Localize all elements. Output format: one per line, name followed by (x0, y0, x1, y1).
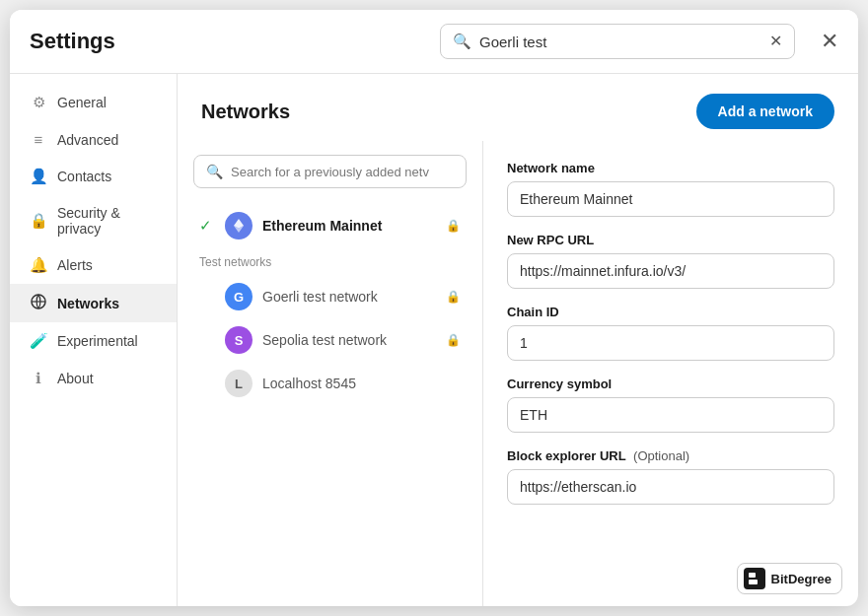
gear-icon: ⚙ (30, 94, 47, 111)
sidebar: ⚙ General ≡ Advanced 👤 Contacts 🔒 Securi… (10, 74, 178, 606)
network-list: 🔍 ✓ Ethereum M (178, 141, 483, 606)
lock-icon: 🔒 (446, 219, 461, 233)
sidebar-item-contacts[interactable]: 👤 Contacts (10, 158, 177, 195)
currency-symbol-input[interactable] (507, 397, 834, 433)
sidebar-item-networks[interactable]: Networks (10, 284, 177, 322)
app-title: Settings (30, 29, 115, 54)
search-icon: 🔍 (453, 33, 471, 50)
net-search-icon: 🔍 (206, 164, 223, 179)
test-networks-label: Test networks (199, 255, 461, 269)
advanced-icon: ≡ (30, 131, 47, 148)
detail-panel: Network name New RPC URL Chain ID C (483, 141, 858, 606)
sidebar-item-label: Security & privacy (57, 205, 157, 237)
active-check-icon: ✓ (199, 217, 215, 235)
sidebar-item-label: Contacts (57, 169, 111, 184)
lock-icon: 🔒 (30, 212, 47, 230)
sidebar-item-advanced[interactable]: ≡ Advanced (10, 121, 177, 158)
sidebar-item-label: About (57, 371, 94, 386)
list-item[interactable]: S Sepolia test network 🔒 (193, 318, 467, 362)
network-name: Ethereum Mainnet (262, 218, 436, 234)
field-block-explorer: Block explorer URL (Optional) (507, 448, 834, 505)
field-label: Chain ID (507, 305, 834, 319)
global-search-input[interactable] (479, 34, 761, 50)
add-network-button[interactable]: Add a network (696, 94, 834, 129)
field-chain-id: Chain ID (507, 305, 834, 361)
main-content: Networks Add a network 🔍 ✓ (178, 74, 858, 606)
bd-logo (744, 568, 765, 589)
network-name: Sepolia test network (262, 332, 436, 348)
sidebar-item-label: Advanced (57, 132, 118, 148)
svg-rect-5 (749, 580, 758, 584)
network-search-input[interactable] (231, 165, 454, 179)
svg-rect-4 (749, 573, 756, 578)
sepolia-avatar: S (225, 326, 253, 354)
block-explorer-input[interactable] (507, 469, 834, 505)
field-label: Network name (507, 161, 834, 175)
list-item[interactable]: G Goerli test network 🔒 (193, 275, 467, 318)
experimental-icon: 🧪 (30, 332, 47, 350)
goerli-avatar: G (225, 283, 253, 310)
sidebar-item-label: Experimental (57, 333, 138, 349)
info-icon: ℹ (30, 370, 47, 387)
rpc-url-input[interactable] (507, 253, 834, 289)
list-item[interactable]: ✓ Ethereum Mainnet 🔒 (193, 204, 467, 247)
watermark-text: BitDegree (771, 572, 832, 586)
main-body: 🔍 ✓ Ethereum M (178, 141, 858, 606)
field-currency-symbol: Currency symbol (507, 376, 834, 433)
field-label: Currency symbol (507, 376, 834, 391)
main-header: Networks Add a network (178, 74, 858, 141)
field-network-name: Network name (507, 161, 834, 217)
sidebar-item-label: Alerts (57, 257, 93, 273)
optional-label: (Optional) (633, 448, 689, 463)
chain-id-input[interactable] (507, 325, 834, 361)
sidebar-item-alerts[interactable]: 🔔 Alerts (10, 246, 177, 284)
search-clear-button[interactable]: ✕ (769, 34, 782, 49)
localhost-avatar: L (225, 370, 253, 397)
network-name: Localhost 8545 (262, 376, 461, 391)
field-label: New RPC URL (507, 233, 834, 247)
network-name: Goerli test network (262, 289, 436, 305)
sidebar-item-experimental[interactable]: 🧪 Experimental (10, 322, 177, 360)
sidebar-item-about[interactable]: ℹ About (10, 360, 177, 397)
close-button[interactable]: ✕ (821, 29, 838, 54)
sidebar-item-label: General (57, 95, 107, 110)
eth-avatar (225, 212, 253, 240)
lock-icon: 🔒 (446, 333, 461, 347)
page-title: Networks (201, 101, 290, 123)
bitdegree-watermark: BitDegree (737, 563, 842, 594)
networks-icon (30, 294, 47, 312)
list-item[interactable]: L Localhost 8545 (193, 362, 467, 405)
sidebar-item-general[interactable]: ⚙ General (10, 84, 177, 121)
network-search-bar: 🔍 (193, 155, 467, 188)
network-name-input[interactable] (507, 181, 834, 217)
lock-icon: 🔒 (446, 290, 461, 304)
sidebar-item-label: Networks (57, 296, 119, 311)
sidebar-item-security[interactable]: 🔒 Security & privacy (10, 195, 177, 246)
field-label: Block explorer URL (Optional) (507, 448, 834, 463)
contacts-icon: 👤 (30, 168, 47, 185)
bell-icon: 🔔 (30, 256, 47, 274)
global-search-bar: 🔍 ✕ (440, 24, 795, 59)
field-rpc-url: New RPC URL (507, 233, 834, 289)
